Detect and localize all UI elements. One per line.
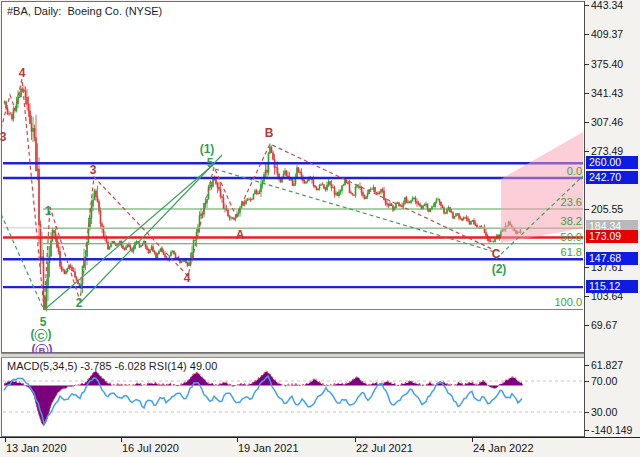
price-tick-103.64-tick [584,296,589,297]
macd-tick-30.00-tick [584,412,589,413]
price-tick-375.40: 375.40 [591,58,623,70]
wave-label-C: C [492,248,501,260]
price-tick-137.61-tick [584,267,589,268]
macd-indicator-label: MACD(5,34,5) -3.785 -6.028 RSI(14) 49.00 [7,360,217,372]
fib-label-61.8: 61.8 [561,246,582,258]
price-badge-115.12: 115.12 [586,280,638,293]
chart-title: #BA, Daily: Boeing Co. (NYSE) [7,5,162,17]
fib-label-23.6: 23.6 [561,196,582,208]
price-tick-341.43: 341.43 [591,87,623,99]
macd-tick-61.827: 61.827 [591,359,623,371]
date-label: 16 Jul 2020 [122,442,179,454]
macd-tick-61.827-tick [584,365,589,366]
price-tick-205.55: 205.55 [591,203,623,215]
macd-tick-70.00-tick [584,381,589,382]
macd-area [4,371,523,426]
macd-indicator-panel[interactable]: MACD(5,34,5) -3.785 -6.028 RSI(14) 49.00 [1,358,585,437]
fib-label-0.0: 0.0 [567,165,582,177]
price-tick-273.49-tick [584,151,589,152]
wave-label-B: B [265,127,274,139]
wave-label-2: 2 [76,297,83,309]
fib-label-50.0: 50.0 [561,231,582,243]
trading-chart-window: #BA, Daily: Boeing Co. (NYSE) 435(C)(B)1… [0,0,640,457]
wave-label-A: A [236,229,245,241]
wave-label-3: 3 [90,164,97,176]
price-badge-147.68: 147.68 [586,252,638,265]
wave-label-1: (1) [200,143,215,155]
wave-label-5: 5 [207,157,214,169]
price-badge-242.70: 242.70 [586,171,638,184]
macd-tick--140.149: -140.149 [591,424,632,436]
trend-line-dashed-1 [215,169,495,252]
macd-tick-70.00: 70.00 [591,375,617,387]
price-chart-panel[interactable]: #BA, Daily: Boeing Co. (NYSE) 435(C)(B)1… [1,1,585,353]
wave-label-4: 4 [19,67,26,79]
price-badge-173.09: 173.09 [586,230,638,243]
price-tick-69.67: 69.67 [591,319,617,331]
price-scale[interactable]: 443.34409.37375.40341.43307.46273.49205.… [585,0,640,437]
price-tick-443.34: 443.34 [591,0,623,11]
fib-label-38.2: 38.2 [561,215,582,227]
wave-label-5: 5 [40,316,47,328]
trend-line-dashed-0 [2,214,44,310]
macd-tick--140.149-tick [584,430,589,431]
price-tick-409.37-tick [584,34,589,35]
price-tick-443.34-tick [584,5,589,6]
macd-tick-30.00: 30.00 [591,406,617,418]
price-tick-307.46-tick [584,122,589,123]
wave-label-4: 4 [184,272,191,284]
price-tick-341.43-tick [584,93,589,94]
price-tick-307.46: 307.46 [591,116,623,128]
price-tick-409.37: 409.37 [591,28,623,40]
wave-label-1: 1 [45,205,52,217]
date-label: 13 Jan 2020 [6,442,67,454]
date-label: 19 Jan 2021 [238,442,299,454]
price-chart-canvas [2,2,584,352]
date-label: 24 Jan 2022 [473,442,534,454]
date-label: 22 Jul 2021 [356,442,413,454]
wave-zigzag [2,79,494,309]
fib-label-100.0: 100.0 [554,296,582,308]
wave-label-2: (2) [492,263,507,275]
date-axis[interactable]: 13 Jan 202016 Jul 202019 Jan 202122 Jul … [0,437,640,457]
price-badge-260.00: 260.00 [586,156,638,169]
wave-label-C: (C) [31,328,52,342]
price-tick-69.67-tick [584,325,589,326]
price-tick-205.55-tick [584,209,589,210]
wave-label-3: 3 [0,131,6,143]
price-tick-375.40-tick [584,64,589,65]
